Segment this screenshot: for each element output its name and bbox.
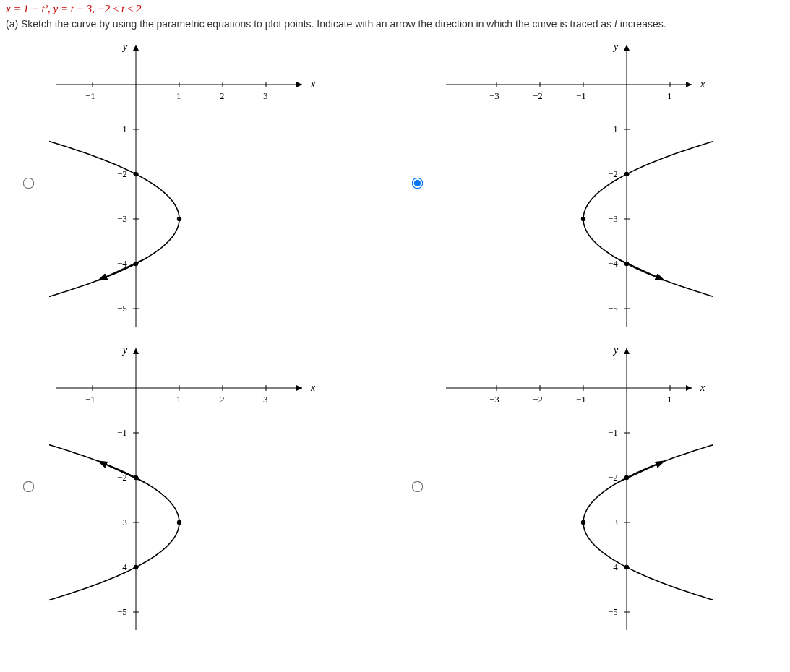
svg-text:3: 3 — [263, 90, 268, 101]
prompt-text: (a) Sketch the curve by using the parame… — [6, 18, 614, 30]
svg-text:−1: −1 — [608, 427, 618, 438]
svg-point-115 — [624, 565, 628, 569]
svg-marker-32 — [686, 82, 692, 87]
option-B-radio-cell — [395, 176, 439, 188]
svg-text:−5: −5 — [608, 606, 618, 617]
svg-text:−1: −1 — [85, 394, 95, 405]
prompt-text-after: increases. — [617, 18, 666, 30]
svg-text:2: 2 — [220, 394, 225, 405]
svg-marker-93 — [624, 348, 630, 354]
option-A-radio-cell — [6, 176, 49, 188]
svg-point-27 — [134, 172, 138, 176]
svg-text:−1: −1 — [576, 394, 586, 405]
svg-text:−1: −1 — [576, 90, 586, 101]
option-B-plot-cell: xy−3−2−11−1−2−3−4−5 — [439, 34, 785, 330]
svg-marker-3 — [133, 45, 139, 51]
svg-point-85 — [134, 565, 138, 569]
svg-text:−2: −2 — [608, 472, 618, 483]
option-D-radio[interactable] — [412, 481, 424, 493]
option-A-plot-cell: xy−1123−1−2−3−4−5 — [49, 34, 395, 330]
svg-text:−3: −3 — [117, 213, 127, 224]
svg-text:−1: −1 — [85, 90, 95, 101]
svg-text:1: 1 — [667, 90, 672, 101]
svg-text:−5: −5 — [608, 303, 618, 314]
svg-text:−4: −4 — [608, 561, 618, 572]
svg-text:−3: −3 — [608, 517, 618, 527]
svg-text:3: 3 — [263, 394, 268, 405]
svg-text:−3: −3 — [608, 213, 618, 224]
svg-marker-92 — [686, 385, 692, 391]
svg-text:y: y — [121, 41, 128, 52]
svg-point-26 — [177, 217, 181, 221]
options-grid: xy−1123−1−2−3−4−5 xy−3−2−11−1−2−3−4−5 xy… — [6, 34, 784, 634]
svg-text:x: x — [700, 79, 705, 90]
svg-text:−5: −5 — [117, 303, 127, 314]
svg-text:−2: −2 — [117, 168, 127, 179]
svg-text:−3: −3 — [489, 394, 499, 405]
plot-B: xy−3−2−11−1−2−3−4−5 — [439, 34, 713, 330]
option-C-radio[interactable] — [22, 481, 34, 493]
svg-text:y: y — [121, 345, 128, 356]
svg-text:−2: −2 — [608, 168, 618, 179]
svg-line-119 — [618, 462, 662, 482]
svg-text:−5: −5 — [117, 606, 127, 617]
svg-text:−2: −2 — [533, 394, 543, 405]
svg-text:1: 1 — [176, 394, 181, 405]
svg-text:−3: −3 — [489, 90, 499, 101]
option-C-plot-cell: xy−1123−1−2−3−4−5 — [49, 337, 395, 634]
plot-D: xy−3−2−11−1−2−3−4−5 — [439, 337, 713, 634]
svg-marker-33 — [624, 45, 630, 51]
option-D-radio-cell — [395, 480, 439, 491]
svg-point-57 — [624, 172, 628, 176]
equation-text: x = 1 − t², y = t − 3, −2 ≤ t ≤ 2 — [6, 3, 784, 15]
svg-text:−1: −1 — [117, 124, 127, 134]
svg-text:2: 2 — [220, 90, 225, 101]
svg-marker-62 — [296, 385, 302, 391]
option-B-radio[interactable] — [412, 178, 424, 189]
svg-text:y: y — [612, 345, 619, 356]
svg-point-86 — [177, 520, 181, 525]
svg-text:−4: −4 — [117, 561, 127, 572]
svg-text:x: x — [700, 382, 705, 393]
plot-A: xy−1123−1−2−3−4−5 — [49, 34, 324, 330]
svg-text:y: y — [612, 41, 619, 52]
option-D-plot-cell: xy−3−2−11−1−2−3−4−5 — [439, 337, 785, 634]
svg-text:1: 1 — [667, 394, 672, 405]
question-prompt: (a) Sketch the curve by using the parame… — [6, 18, 784, 30]
svg-text:−2: −2 — [533, 90, 543, 101]
svg-marker-2 — [296, 82, 302, 87]
svg-line-59 — [618, 259, 662, 280]
svg-text:−1: −1 — [608, 124, 618, 134]
svg-point-116 — [580, 520, 585, 525]
svg-text:x: x — [310, 382, 316, 393]
svg-text:1: 1 — [176, 90, 181, 101]
option-C-radio-cell — [6, 480, 49, 491]
svg-text:−3: −3 — [117, 517, 127, 527]
svg-text:x: x — [310, 79, 316, 90]
svg-marker-63 — [133, 348, 139, 354]
svg-text:−4: −4 — [608, 258, 618, 269]
option-A-radio[interactable] — [22, 178, 34, 189]
plot-C: xy−1123−1−2−3−4−5 — [49, 337, 324, 634]
svg-point-56 — [580, 217, 585, 221]
svg-text:−1: −1 — [117, 427, 127, 438]
